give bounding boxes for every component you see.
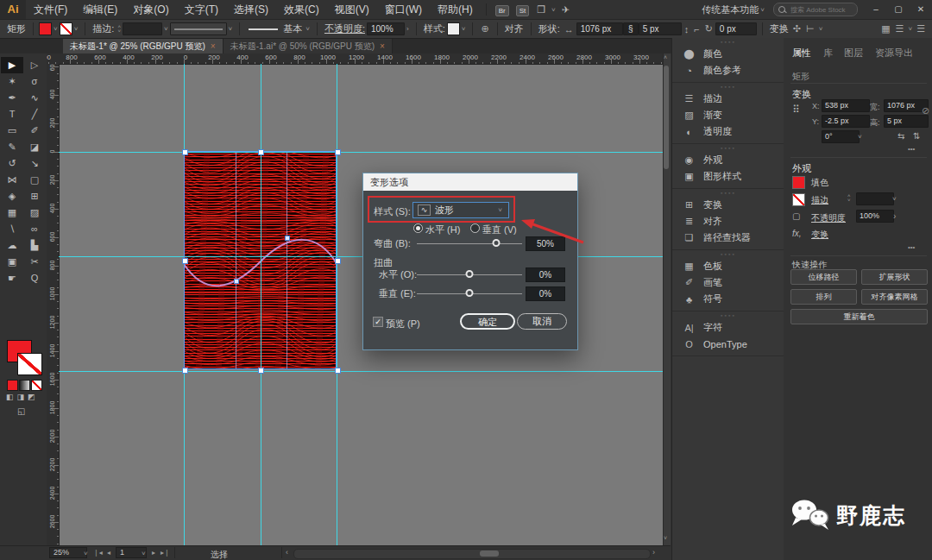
maximize-button[interactable]: ▢: [887, 0, 910, 19]
drawing-modes-icons[interactable]: ◧◨◩: [6, 393, 39, 401]
zoom-chevron-icon[interactable]: ˅: [84, 550, 88, 557]
vertical-distort-slider[interactable]: [417, 293, 522, 294]
horizontal-scrollbar[interactable]: [293, 549, 651, 559]
stroke-weight-field[interactable]: [123, 22, 162, 35]
preview-label[interactable]: 预览 (P): [386, 318, 420, 330]
dialog-title[interactable]: 变形选项: [363, 173, 577, 191]
scroll-up-icon[interactable]: ˄: [664, 54, 667, 60]
tab-asset-export[interactable]: 资源导出: [875, 47, 913, 60]
st-badge-icon[interactable]: St: [516, 5, 530, 16]
tab-layers[interactable]: 图层: [844, 47, 863, 60]
free-transform-tool[interactable]: ▢: [23, 172, 46, 188]
y-field[interactable]: -2.5 px: [822, 115, 870, 128]
menu-item[interactable]: 对象(O): [125, 0, 176, 19]
selection-tool[interactable]: ▶: [1, 57, 23, 73]
chevron-down-icon[interactable]: ˅: [164, 25, 168, 33]
grid-icon[interactable]: ▦: [881, 23, 890, 35]
reference-point-icon[interactable]: ⠿: [792, 104, 800, 116]
more-options-icon[interactable]: •••: [908, 145, 915, 153]
x-field[interactable]: 538 px: [822, 99, 870, 112]
gradient-tool[interactable]: ▨: [23, 204, 46, 221]
selection-handle[interactable]: [335, 258, 341, 264]
brush-name[interactable]: 基本: [283, 22, 302, 35]
shaper-tool[interactable]: ✎: [1, 139, 23, 155]
shape-width-field[interactable]: 1076 px: [576, 22, 623, 35]
document-tab[interactable]: 未标题-1* @ 25% (RGB/GPU 预览)×: [63, 39, 224, 53]
last-artboard-icon[interactable]: ▸❘: [161, 549, 170, 557]
chevron-down-icon[interactable]: ˅: [54, 25, 58, 33]
mesh-tool[interactable]: ▦: [1, 204, 23, 221]
quick-action-button[interactable]: 扩展形状: [861, 269, 928, 285]
search-input[interactable]: [789, 5, 853, 15]
selection-handle[interactable]: [182, 368, 188, 374]
share-icon[interactable]: ✈: [562, 4, 570, 16]
curvature-tool[interactable]: ∿: [23, 90, 46, 106]
vertical-radio-label[interactable]: 垂直 (V): [482, 223, 517, 236]
menu-item[interactable]: 文件(F): [26, 0, 75, 19]
direct-selection-tool[interactable]: ▷: [23, 57, 46, 73]
menu-item[interactable]: 选择(S): [226, 0, 276, 19]
rotation-field[interactable]: 0°: [822, 130, 860, 143]
vertical-radio[interactable]: [470, 223, 480, 233]
chevron-down-icon[interactable]: ˅: [892, 195, 897, 203]
stroke-color-swatch[interactable]: [60, 22, 72, 35]
close-icon[interactable]: ×: [211, 41, 216, 51]
horizontal-radio[interactable]: [413, 223, 423, 233]
zoom-tool[interactable]: Q: [23, 270, 46, 286]
panel-button-color-guide[interactable]: ◔颜色参考: [672, 62, 784, 79]
opacity-field[interactable]: 100%: [367, 22, 405, 35]
chevron-down-icon[interactable]: ˅: [908, 25, 912, 33]
tab-properties[interactable]: 属性: [792, 47, 811, 60]
transform-label[interactable]: 变换: [770, 22, 789, 35]
paintbrush-tool[interactable]: ✐: [23, 123, 46, 139]
slice-tool[interactable]: ✂: [23, 254, 46, 270]
menu-item[interactable]: 窗口(W): [377, 0, 430, 19]
rectangle-tool[interactable]: ▭: [1, 123, 23, 139]
isolate-icon[interactable]: ✣: [793, 23, 801, 35]
selection-handle[interactable]: [182, 149, 188, 155]
opacity-field[interactable]: 100%: [856, 210, 894, 223]
ok-button[interactable]: 确定: [460, 313, 515, 330]
close-button[interactable]: ✕: [910, 0, 932, 19]
panel-button-opentype[interactable]: OOpenType: [672, 336, 784, 352]
chevron-down-icon[interactable]: ˅: [74, 25, 79, 33]
chevron-down-icon[interactable]: ˅: [305, 25, 310, 33]
fill-label[interactable]: 填色: [811, 177, 828, 189]
panel-button-swatches[interactable]: ▦色板: [672, 258, 784, 274]
stroke-color-well[interactable]: [17, 353, 42, 375]
menu-item[interactable]: 帮助(H): [430, 0, 481, 19]
horizontal-distort-thumb[interactable]: [466, 270, 474, 278]
panel-button-transparency[interactable]: ◐透明度: [672, 123, 784, 140]
scroll-down-icon[interactable]: ˅: [664, 535, 667, 541]
select-similar-icon[interactable]: ⊢: [806, 23, 815, 35]
symbol-sprayer-tool[interactable]: ☁: [1, 237, 23, 254]
bend-slider-thumb[interactable]: [492, 239, 500, 247]
guide-horizontal[interactable]: [59, 371, 663, 372]
opacity-label[interactable]: 不透明度: [811, 212, 846, 224]
panel-button-color[interactable]: ⬤颜色: [672, 46, 784, 62]
chevron-down-icon[interactable]: ˅: [760, 6, 765, 14]
menu-icon[interactable]: ☰: [916, 23, 925, 35]
prev-artboard-icon[interactable]: ◂: [107, 549, 110, 557]
selection-handle[interactable]: [258, 368, 264, 374]
more-options-icon[interactable]: •••: [908, 243, 915, 251]
scroll-left-icon[interactable]: ‹: [286, 548, 288, 557]
flip-horizontal-icon[interactable]: ⇆: [897, 131, 904, 141]
horizontal-ruler[interactable]: 1000800600400200020040060080010001200140…: [47, 53, 663, 65]
line-segment-tool[interactable]: ╱: [23, 106, 46, 123]
vertical-distort-field[interactable]: 0%: [526, 286, 565, 301]
vertical-ruler[interactable]: 6004002000200400600800100012001400160018…: [47, 64, 60, 545]
close-icon[interactable]: ×: [380, 41, 385, 51]
eraser-tool[interactable]: ◪: [23, 139, 46, 155]
tab-libraries[interactable]: 库: [823, 47, 833, 60]
screen-mode-icon[interactable]: ◱: [17, 406, 25, 416]
eyedropper-tool[interactable]: ∖: [1, 221, 23, 237]
stroke-stepper[interactable]: ˄˅: [847, 194, 851, 203]
document-setup-icon[interactable]: ⊕: [481, 23, 488, 35]
menu-item[interactable]: 视图(V): [327, 0, 377, 19]
zoom-level-field[interactable]: 25%: [49, 547, 87, 558]
fill-swatch[interactable]: [792, 176, 805, 189]
search-box[interactable]: [773, 3, 858, 16]
lasso-tool[interactable]: σ: [23, 73, 46, 90]
magic-wand-tool[interactable]: ✶: [1, 73, 23, 90]
